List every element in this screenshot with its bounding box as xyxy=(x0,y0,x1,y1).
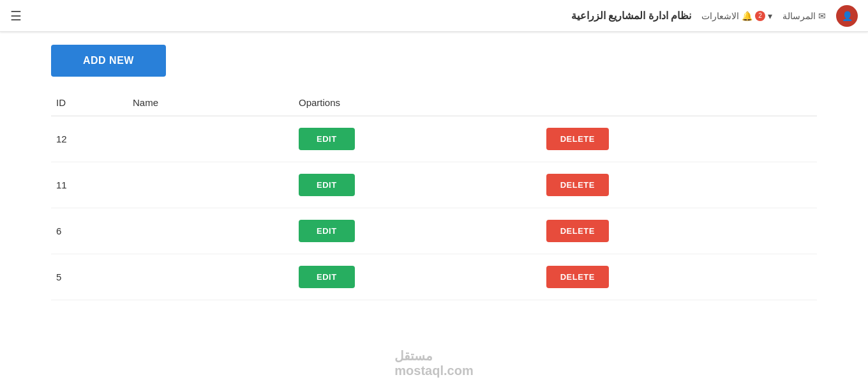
table-header: ID Name Opartions xyxy=(51,89,817,116)
table-row: 12EDITDELETE xyxy=(51,116,817,162)
delete-button[interactable]: DELETE xyxy=(546,220,609,242)
add-new-button[interactable]: ADD NEW xyxy=(51,45,166,77)
cell-operations: EDITDELETE xyxy=(294,208,817,254)
message-nav-item[interactable]: ✉ المرسالة xyxy=(782,11,826,21)
table-row: 6EDITDELETE xyxy=(51,208,817,254)
avatar[interactable]: 👤 xyxy=(836,5,858,27)
cell-operations: EDITDELETE xyxy=(294,162,817,208)
notifications-label: الاشعارات xyxy=(701,11,739,21)
table-row: 11EDITDELETE xyxy=(51,162,817,208)
delete-button[interactable]: DELETE xyxy=(546,128,609,150)
cell-id: 11 xyxy=(51,162,128,208)
header-left: ☰ xyxy=(10,8,22,24)
site-title: نظام ادارة المشاريع الزراعية xyxy=(571,10,691,22)
header: ☰ 👤 ✉ المرسالة ▾ 2 🔔 الاشعارات نظام ادار… xyxy=(0,0,868,32)
table-row: 5EDITDELETE xyxy=(51,254,817,300)
cell-id: 12 xyxy=(51,116,128,162)
cell-name xyxy=(128,254,294,300)
cell-operations: EDITDELETE xyxy=(294,116,817,162)
cell-name xyxy=(128,208,294,254)
notifications-nav-item[interactable]: ▾ 2 🔔 الاشعارات xyxy=(701,11,772,21)
delete-button[interactable]: DELETE xyxy=(546,174,609,196)
hamburger-icon[interactable]: ☰ xyxy=(10,8,22,24)
table-header-row: ID Name Opartions xyxy=(51,89,817,116)
column-header-id: ID xyxy=(51,89,128,116)
bell-icon: 🔔 xyxy=(742,11,752,21)
column-header-name: Name xyxy=(128,89,294,116)
table-body: 12EDITDELETE11EDITDELETE6EDITDELETE5EDIT… xyxy=(51,116,817,300)
message-label: المرسالة xyxy=(782,11,816,21)
cell-id: 6 xyxy=(51,208,128,254)
edit-button[interactable]: EDIT xyxy=(299,174,355,196)
column-header-operations: Opartions xyxy=(294,89,817,116)
cell-name xyxy=(128,162,294,208)
edit-button[interactable]: EDIT xyxy=(299,128,355,150)
chevron-down-icon: ▾ xyxy=(768,11,772,21)
cell-operations: EDITDELETE xyxy=(294,254,817,300)
notification-count-badge: 2 xyxy=(755,11,765,21)
message-icon: ✉ xyxy=(818,11,826,21)
edit-button[interactable]: EDIT xyxy=(299,266,355,288)
header-right: 👤 ✉ المرسالة ▾ 2 🔔 الاشعارات نظام ادارة … xyxy=(571,5,858,27)
delete-button[interactable]: DELETE xyxy=(546,266,609,288)
edit-button[interactable]: EDIT xyxy=(299,220,355,242)
data-table: ID Name Opartions 12EDITDELETE11EDITDELE… xyxy=(51,89,817,300)
main-content: ADD NEW ID Name Opartions 12EDITDELETE11… xyxy=(0,32,868,313)
cell-name xyxy=(128,116,294,162)
cell-id: 5 xyxy=(51,254,128,300)
